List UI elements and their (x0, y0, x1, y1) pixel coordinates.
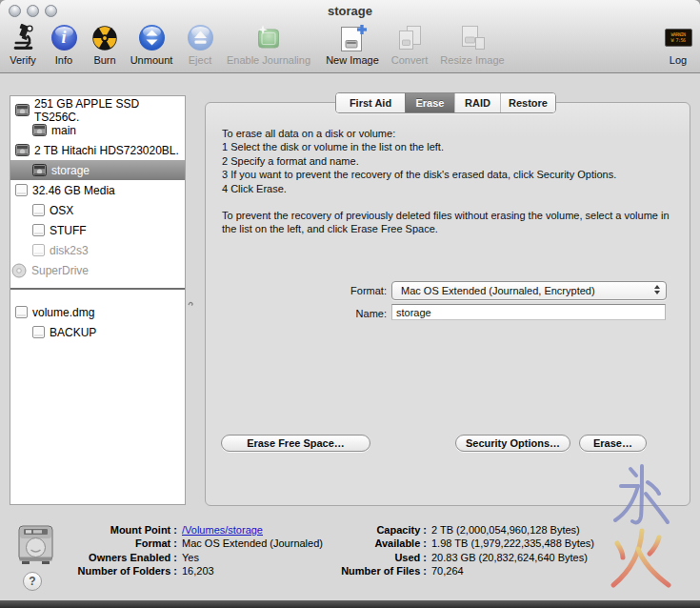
new-image-icon (318, 23, 387, 52)
internal-drive-icon (15, 144, 30, 156)
watermark-fire-character (604, 528, 676, 597)
toolbar-button-unmount[interactable]: Unmount (121, 23, 182, 69)
sidebar-item-osx[interactable]: OSX (10, 200, 185, 220)
toolbar-button-log[interactable]: WARNIN W 7:56 Log (659, 23, 697, 69)
tab-bar: First Aid Erase RAID Restore (335, 92, 556, 113)
window-chrome: storage Verify (0, 0, 700, 73)
optical-drive-icon (11, 263, 27, 278)
sidebar-item-label: main (51, 124, 76, 137)
internal-drive-icon (32, 164, 47, 176)
sidebar-item-label: BACKUP (50, 326, 96, 339)
available-value: 1.98 TB (1,979,222,335,488 Bytes) (431, 537, 594, 549)
disk-utility-window: storage Verify (0, 0, 700, 608)
tab-first-aid[interactable]: First Aid (336, 93, 405, 112)
volume-icon (32, 224, 45, 236)
sidebar-item-media[interactable]: 32.46 GB Media (10, 180, 185, 200)
instruction-intro: To erase all data on a disk or volume: (222, 127, 683, 140)
erase-instructions: To erase all data on a disk or volume: 1… (222, 127, 683, 236)
format-popup-button[interactable]: Mac OS Extended (Journaled, Encrypted) (391, 281, 667, 300)
sidebar-item-main[interactable]: main (10, 120, 185, 140)
internal-drive-icon (15, 104, 30, 116)
erase-free-space-button[interactable]: Erase Free Space… (221, 435, 370, 452)
sidebar-item-volume-dmg[interactable]: volume.dmg (10, 302, 185, 322)
journaling-icon (215, 23, 322, 52)
toolbar-button-enable-journaling[interactable]: Enable Journaling (215, 23, 322, 69)
name-input[interactable] (391, 304, 666, 320)
volume-icon (32, 204, 45, 216)
mount-point-link[interactable]: /Volumes/storage (182, 524, 263, 536)
volume-icon (32, 326, 45, 338)
burn-icon (84, 23, 126, 52)
erase-button[interactable]: Erase… (579, 435, 647, 452)
capacity-label: Capacity : (312, 524, 427, 536)
sidebar-item-label: SuperDrive (31, 264, 89, 277)
toolbar-button-verify[interactable]: Verify (0, 23, 46, 69)
mount-point-label: Mount Point : (29, 524, 177, 536)
instruction-paragraph-2: To prevent the recovery of previously de… (222, 209, 683, 236)
background-window-strip (0, 600, 700, 608)
volume-icon (15, 306, 28, 318)
sidebar-item-label: 32.46 GB Media (32, 184, 115, 197)
sidebar-item-backup[interactable]: BACKUP (10, 322, 185, 342)
sidebar-item-label: STUFF (50, 224, 87, 237)
sidebar-item-label: OSX (50, 204, 73, 217)
resize-image-icon (432, 23, 512, 52)
device-list: 251 GB APPLE SSD TS256C. main 2 TB Hitac… (10, 95, 186, 505)
sidebar-item-label: disk2s3 (50, 244, 89, 257)
log-icon: WARNIN W 7:56 (659, 23, 697, 52)
internal-drive-icon (32, 124, 47, 136)
security-options-button[interactable]: Security Options… (455, 435, 570, 452)
format-info-label: Format : (29, 537, 177, 549)
sidebar-divider (10, 288, 185, 290)
convert-icon (383, 23, 436, 52)
toolbar-button-resize-image[interactable]: Resize Image (432, 23, 512, 69)
volume-icon (32, 244, 45, 256)
tab-erase[interactable]: Erase (405, 93, 454, 112)
format-info-value: Mac OS Extended (Journaled) (182, 537, 323, 549)
info-icon: i (45, 23, 83, 52)
sidebar-item-storage-selected[interactable]: storage (10, 160, 185, 180)
toolbar-button-info[interactable]: i Info (45, 23, 83, 69)
instruction-step-3: 3 If you want to prevent the recovery of… (222, 168, 683, 181)
owners-enabled-value: Yes (182, 552, 199, 563)
popup-stepper-icon (654, 285, 660, 294)
used-label: Used : (312, 552, 427, 563)
tab-raid[interactable]: RAID (454, 93, 500, 112)
format-popup-value: Mac OS Extended (Journaled, Encrypted) (401, 285, 595, 296)
format-label: Format: (309, 285, 387, 296)
capacity-value: 2 TB (2,000,054,960,128 Bytes) (431, 524, 580, 536)
toolbar-button-burn[interactable]: Burn (84, 23, 126, 69)
sidebar-item-stuff[interactable]: STUFF (10, 220, 185, 240)
number-of-folders-label: Number of Folders : (29, 565, 177, 577)
volume-icon (15, 184, 28, 196)
number-of-files-value: 70,264 (431, 565, 464, 577)
sidebar-item-label: volume.dmg (32, 306, 94, 319)
instruction-step-2: 2 Specify a format and name. (222, 154, 683, 168)
owners-enabled-label: Owners Enabled : (29, 552, 177, 563)
toolbar-button-convert[interactable]: Convert (383, 23, 436, 69)
available-label: Available : (312, 537, 427, 549)
sidebar-item-apple-ssd[interactable]: 251 GB APPLE SSD TS256C. (10, 100, 185, 120)
number-of-files-label: Number of Files : (312, 565, 427, 577)
number-of-folders-value: 16,203 (182, 565, 214, 577)
sidebar-item-hitachi[interactable]: 2 TB Hitachi HDS723020BL. (10, 140, 185, 160)
help-icon: ? (29, 575, 35, 588)
sidebar-item-superdrive[interactable]: SuperDrive (10, 260, 185, 280)
toolbar-button-new-image[interactable]: New Image (318, 23, 387, 69)
tab-restore[interactable]: Restore (500, 93, 555, 112)
sidebar-item-label: 2 TB Hitachi HDS723020BL. (34, 144, 179, 157)
instruction-step-4: 4 Click Erase. (222, 182, 683, 195)
cursor-artifact (188, 294, 195, 311)
unmount-icon (121, 23, 182, 52)
sidebar-item-disk2s3[interactable]: disk2s3 (10, 240, 185, 260)
name-label: Name: (309, 308, 387, 319)
used-value: 20.83 GB (20,832,624,640 Bytes) (431, 552, 588, 563)
sidebar-item-label: storage (51, 164, 90, 177)
instruction-step-1: 1 Select the disk or volume in the list … (222, 140, 683, 153)
window-title: storage (0, 4, 700, 18)
microscope-icon (0, 23, 46, 52)
